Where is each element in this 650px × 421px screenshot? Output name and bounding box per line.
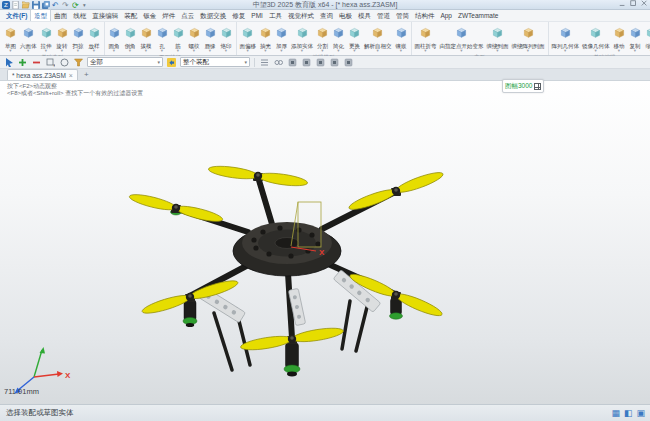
ribbon-item-icon bbox=[589, 24, 602, 42]
ribbon-item-草图[interactable]: 草图▾ bbox=[3, 23, 18, 53]
ribbon-item-扫掠[interactable]: 扫掠▾ bbox=[71, 23, 86, 53]
ribbon-tab-焊件[interactable]: 焊件 bbox=[159, 10, 178, 21]
ribbon-tab-管筒[interactable]: 管筒 bbox=[393, 10, 412, 21]
ribbon-tab-ZWTeammate[interactable]: ZWTeammate bbox=[455, 10, 501, 21]
customize-caret-icon[interactable]: ▾ bbox=[82, 1, 90, 9]
ribbon-tab-模具[interactable]: 模具 bbox=[355, 10, 374, 21]
ribbon-item-icon bbox=[40, 24, 53, 42]
ribbon-item-添加实体[interactable]: 添加实体▾ bbox=[290, 23, 314, 53]
ribbon-item-镜像几何体[interactable]: 镜像几何体▾ bbox=[581, 23, 611, 53]
hexacopter-model[interactable]: X bbox=[0, 81, 650, 404]
redo-icon[interactable]: ↷ bbox=[62, 1, 70, 9]
ribbon-item-圆柱折弯[interactable]: 圆柱折弯▾ bbox=[414, 23, 438, 53]
document-tab[interactable]: * hexa ass.Z3ASM× bbox=[7, 69, 78, 80]
ribbon-item-拉伸[interactable]: 拉伸▾ bbox=[39, 23, 54, 53]
ribbon-item-六面体[interactable]: 六面体▾ bbox=[19, 23, 38, 53]
ribbon-item-唇缘[interactable]: 唇缘▾ bbox=[203, 23, 218, 53]
ribbon-group-基础编辑: 阵列几何体▾镜像几何体▾移动▾复制▾缩放▾基础编辑 bbox=[549, 22, 650, 55]
save-all-icon[interactable] bbox=[42, 1, 50, 9]
3d-viewport[interactable]: 按下<F2>动态观察 <F8>或者<Shift+roll> 查找下一个有效的过滤… bbox=[0, 81, 650, 404]
pick-e-icon[interactable] bbox=[343, 57, 354, 68]
ribbon-item-拔模[interactable]: 拔模▾ bbox=[139, 23, 154, 53]
ribbon-tab-管道[interactable]: 管道 bbox=[374, 10, 393, 21]
ribbon-item-倒角[interactable]: 倒角▾ bbox=[123, 23, 138, 53]
pick-circle-icon[interactable] bbox=[59, 57, 70, 68]
grid-view-icon[interactable]: ▦ bbox=[611, 405, 620, 421]
ribbon-tab-钣金[interactable]: 钣金 bbox=[140, 10, 159, 21]
open-file-icon[interactable] bbox=[22, 1, 30, 9]
zw3d-logo-icon[interactable]: Z bbox=[2, 1, 10, 9]
shaded-view-icon[interactable]: ◧ bbox=[624, 405, 633, 421]
ribbon-item-解析自相交[interactable]: 解析自相交▾ bbox=[363, 23, 393, 53]
ribbon-tab-造型[interactable]: 造型 bbox=[30, 9, 51, 21]
ribbon-item-阵列几何体[interactable]: 阵列几何体▾ bbox=[551, 23, 581, 53]
ribbon-item-放样[interactable]: 放样▾ bbox=[87, 23, 102, 53]
ribbon-item-镶嵌[interactable]: 镶嵌▾ bbox=[394, 23, 409, 53]
link-icon[interactable] bbox=[273, 57, 284, 68]
ribbon-item-更换[interactable]: 更换▾ bbox=[347, 23, 362, 53]
ribbon-tab-文件(F)[interactable]: 文件(F) bbox=[3, 10, 30, 21]
close-button[interactable] bbox=[641, 0, 648, 10]
ribbon-tab-结构件[interactable]: 结构件 bbox=[412, 10, 438, 21]
list-icon[interactable] bbox=[259, 57, 270, 68]
ribbon-item-缩放[interactable]: 缩放▾ bbox=[644, 23, 650, 53]
minimize-button[interactable] bbox=[619, 0, 626, 10]
pick-scope-dropdown[interactable]: 整个装配▾ bbox=[180, 57, 250, 67]
ribbon-item-孔[interactable]: 孔▾ bbox=[155, 23, 170, 53]
ribbon-tab-PMI[interactable]: PMI bbox=[248, 10, 266, 21]
select-cursor-icon[interactable] bbox=[3, 57, 14, 68]
sheet-badge-label: 图幅3000 bbox=[505, 82, 532, 91]
add-plus-icon[interactable] bbox=[17, 57, 28, 68]
ribbon-item-筋[interactable]: 筋▾ bbox=[171, 23, 186, 53]
ribbon-item-复制[interactable]: 复制▾ bbox=[628, 23, 643, 53]
ribbon-tab-点云[interactable]: 点云 bbox=[178, 10, 197, 21]
pick-b-icon[interactable] bbox=[301, 57, 312, 68]
chevron-down-icon: ▾ bbox=[157, 59, 160, 65]
new-file-icon[interactable] bbox=[12, 1, 20, 9]
new-tab-button[interactable]: + bbox=[84, 70, 89, 80]
ribbon-tab-线框[interactable]: 线框 bbox=[70, 10, 89, 21]
ribbon-item-简化[interactable]: 简化▾ bbox=[331, 23, 346, 53]
ribbon-tab-视觉样式[interactable]: 视觉样式 bbox=[285, 10, 317, 21]
save-file-icon[interactable] bbox=[32, 1, 40, 9]
ribbon-item-旋转[interactable]: 旋转▾ bbox=[55, 23, 70, 53]
remove-minus-icon[interactable] bbox=[31, 57, 42, 68]
pick-c-icon[interactable] bbox=[315, 57, 326, 68]
ribbon-item-由指定点开始变形[interactable]: 由指定点开始变形▾ bbox=[439, 23, 485, 53]
svg-text:⟳: ⟳ bbox=[72, 1, 79, 9]
scope-target-icon[interactable] bbox=[166, 57, 177, 68]
regen-icon[interactable]: ⟳ bbox=[72, 1, 80, 9]
ribbon-tab-数据交换[interactable]: 数据交换 bbox=[197, 10, 229, 21]
ribbon-item-圆角[interactable]: 圆角▾ bbox=[107, 23, 122, 53]
entity-filter-dropdown[interactable]: 全部▾ bbox=[87, 57, 163, 67]
ribbon-tab-查询[interactable]: 查询 bbox=[317, 10, 336, 21]
ribbon-item-缠绕阵列到面[interactable]: 缠绕阵列到面▾ bbox=[511, 23, 546, 53]
ribbon-tab-电极[interactable]: 电极 bbox=[336, 10, 355, 21]
filter-funnel-icon[interactable] bbox=[73, 57, 84, 68]
ribbon-tab-修复[interactable]: 修复 bbox=[229, 10, 248, 21]
close-tab-icon[interactable]: × bbox=[69, 72, 73, 79]
ribbon-tab-工具[interactable]: 工具 bbox=[266, 10, 285, 21]
window-title: 中望3D 2025 教育版 x64 - [* hexa ass.Z3ASM] bbox=[253, 0, 398, 10]
pick-a-icon[interactable] bbox=[287, 57, 298, 68]
pick-box-icon[interactable]: ▾ bbox=[45, 57, 56, 68]
ribbon-item-分割[interactable]: 分割▾ bbox=[315, 23, 330, 53]
ribbon-item-烙印[interactable]: 烙印▾ bbox=[219, 23, 234, 53]
ribbon-item-螺纹[interactable]: 螺纹▾ bbox=[187, 23, 202, 53]
ribbon-item-加厚[interactable]: 加厚▾ bbox=[274, 23, 289, 53]
pick-d-icon[interactable] bbox=[329, 57, 340, 68]
ribbon-item-缠绕到面[interactable]: 缠绕到面▾ bbox=[486, 23, 510, 53]
ribbon-item-抽壳[interactable]: 抽壳▾ bbox=[258, 23, 273, 53]
layout-view-icon[interactable]: ▣ bbox=[636, 405, 645, 421]
ribbon-item-移动[interactable]: 移动▾ bbox=[612, 23, 627, 53]
ribbon-tab-App[interactable]: App bbox=[437, 10, 455, 21]
ribbon-tab-直接编辑[interactable]: 直接编辑 bbox=[89, 10, 121, 21]
maximize-button[interactable] bbox=[630, 0, 637, 10]
undo-icon[interactable]: ↶ bbox=[52, 1, 60, 9]
ribbon-tab-曲面[interactable]: 曲面 bbox=[51, 10, 70, 21]
sheet-badge[interactable]: 图幅3000 bbox=[502, 79, 544, 93]
ribbon-tab-装配[interactable]: 装配 bbox=[121, 10, 140, 21]
ribbon-item-icon bbox=[645, 24, 650, 42]
ribbon-item-面偏移[interactable]: 面偏移▾ bbox=[239, 23, 258, 53]
selection-filter-toolbar: ▾全部▾整个装配▾ bbox=[0, 56, 650, 69]
